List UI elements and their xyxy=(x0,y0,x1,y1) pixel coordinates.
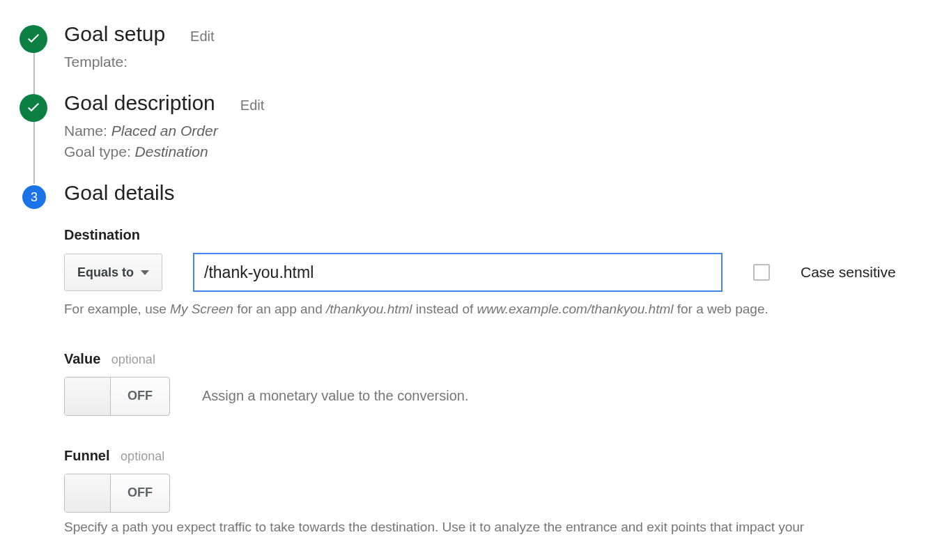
summary-name-value: Placed an Order xyxy=(111,123,218,139)
step-summary: Name: Placed an Order Goal type: Destina… xyxy=(64,120,942,162)
toggle-knob xyxy=(65,378,111,415)
step-connector xyxy=(33,50,35,94)
step-goal-details: 3 Goal details Destination Equals to Cas… xyxy=(20,181,942,536)
summary-type-label: Goal type: xyxy=(64,143,131,160)
optional-text: optional xyxy=(111,352,155,366)
step-badge-done xyxy=(20,25,47,53)
summary-type-value: Destination xyxy=(135,143,208,160)
destination-input[interactable] xyxy=(193,253,723,292)
step-badge-done xyxy=(20,94,47,122)
match-type-dropdown[interactable]: Equals to xyxy=(64,254,162,291)
funnel-toggle[interactable]: OFF xyxy=(64,474,170,513)
step-title: Goal details xyxy=(64,181,174,205)
step-title: Goal description xyxy=(64,91,215,115)
toggle-state: OFF xyxy=(111,474,169,512)
step-connector xyxy=(33,119,35,184)
funnel-label: Funnel optional xyxy=(64,448,942,464)
step-summary: Template: xyxy=(64,52,942,72)
step-title: Goal setup xyxy=(64,22,165,46)
edit-link[interactable]: Edit xyxy=(190,29,214,45)
destination-help-text: For example, use My Screen for an app an… xyxy=(64,300,942,319)
summary-name-label: Name: xyxy=(64,123,107,139)
check-icon xyxy=(25,98,42,118)
destination-label: Destination xyxy=(64,227,942,243)
edit-link[interactable]: Edit xyxy=(240,98,264,114)
case-sensitive-checkbox[interactable] xyxy=(753,264,770,281)
value-label: Value optional xyxy=(64,351,942,367)
value-toggle[interactable]: OFF xyxy=(64,377,170,416)
match-type-value: Equals to xyxy=(77,265,134,280)
step-badge-current: 3 xyxy=(22,185,46,209)
step-goal-description: Goal description Edit Name: Placed an Or… xyxy=(20,91,942,181)
funnel-description: Specify a path you expect traffic to tak… xyxy=(64,518,942,537)
caret-down-icon xyxy=(141,270,149,275)
toggle-knob xyxy=(65,474,111,512)
case-sensitive-label: Case sensitive xyxy=(801,264,896,281)
check-icon xyxy=(25,29,42,49)
value-description: Assign a monetary value to the conversio… xyxy=(202,388,468,404)
toggle-state: OFF xyxy=(111,378,169,415)
optional-text: optional xyxy=(121,449,164,463)
step-goal-setup: Goal setup Edit Template: xyxy=(20,22,942,91)
